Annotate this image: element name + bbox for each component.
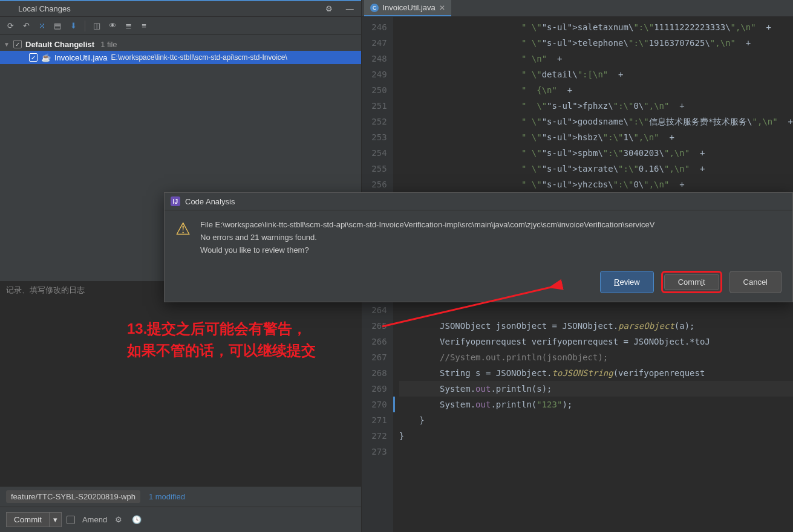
group-icon[interactable]: ◫	[90, 19, 103, 33]
local-changes-toolbar: ⟳ ↶ ⤮ ▤ ⬇ ◫ 👁 ≣ ≡	[0, 17, 361, 35]
annotation-arrow	[377, 278, 571, 332]
dialog-text: File E:\workspace\link-ttc-stbll\scm-std…	[200, 219, 654, 256]
tab-filename: InvoiceUtil.java	[382, 3, 435, 12]
java-class-icon: C	[370, 4, 379, 12]
diff-icon[interactable]: ⤮	[35, 19, 48, 33]
branch-label[interactable]: feature/TTC-SYBL-S20200819-wph	[6, 490, 140, 503]
dialog-title: Code Analysis	[185, 197, 235, 206]
history-icon[interactable]: 🕓	[130, 513, 143, 527]
collapse-icon[interactable]: ≡	[137, 19, 151, 33]
gear-icon[interactable]: ⚙	[112, 513, 125, 527]
commit-dropdown[interactable]: ▾	[50, 512, 62, 527]
changelist-row[interactable]: ▼ ✓ Default Changelist 1 file	[0, 37, 361, 51]
cancel-button[interactable]: Cancel	[729, 271, 782, 293]
warning-icon: ⚠	[175, 219, 191, 256]
close-icon[interactable]: ✕	[439, 4, 445, 12]
chevron-down-icon[interactable]: ▼	[4, 41, 10, 48]
amend-checkbox[interactable]	[67, 516, 75, 524]
local-changes-title: Local Changes	[18, 4, 71, 13]
rollback-icon[interactable]: ↶	[19, 19, 33, 33]
gear-icon[interactable]: ⚙	[322, 2, 336, 16]
intellij-icon: IJ	[171, 196, 180, 206]
svg-line-0	[382, 285, 559, 326]
changelist-name: Default Changelist	[25, 40, 94, 49]
changelist-checkbox[interactable]: ✓	[13, 40, 22, 48]
file-row[interactable]: ✓ ☕ InvoiceUtil.java E:\workspace\link-t…	[0, 51, 361, 64]
file-name: InvoiceUtil.java	[54, 53, 107, 62]
refresh-icon[interactable]: ⟳	[4, 19, 17, 33]
editor-tab[interactable]: C InvoiceUtil.java ✕	[364, 0, 451, 16]
minimize-icon[interactable]: —	[343, 2, 356, 16]
expand-icon[interactable]: ≣	[122, 19, 135, 33]
amend-label: Amend	[82, 515, 107, 524]
modified-count[interactable]: 1 modified	[149, 492, 185, 501]
download-icon[interactable]: ⬇	[67, 19, 80, 33]
java-file-icon: ☕	[41, 53, 51, 62]
dialog-commit-button[interactable]: Commit	[664, 274, 719, 290]
annotation-text: 13.提交之后可能会有警告， 如果不管的话，可以继续提交	[127, 318, 316, 362]
commit-button[interactable]: Commit	[6, 512, 50, 527]
commit-message-input[interactable]	[0, 281, 361, 487]
file-path: E:\workspace\link-ttc-stbll\scm-std-api\…	[111, 53, 287, 62]
preview-icon[interactable]: 👁	[106, 19, 119, 33]
shelve-icon[interactable]: ▤	[51, 19, 64, 33]
file-count: 1 file	[100, 40, 117, 49]
review-button[interactable]: Review	[600, 271, 654, 293]
local-changes-header: Local Changes ⚙ —	[0, 0, 361, 17]
file-checkbox[interactable]: ✓	[29, 53, 38, 62]
